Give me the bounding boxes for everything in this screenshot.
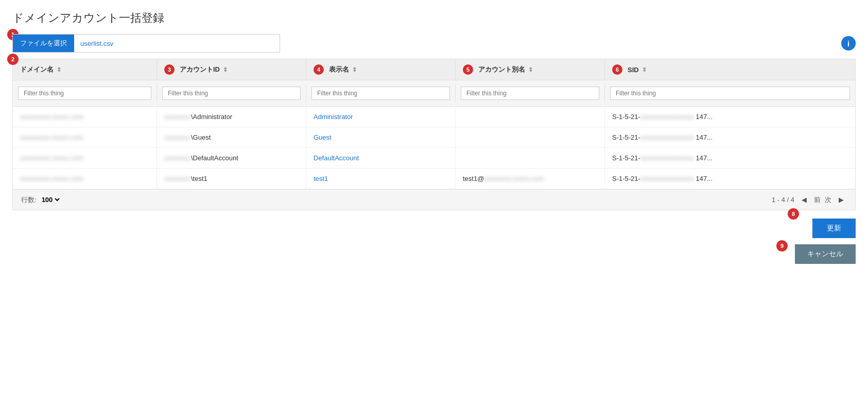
step-badge-8: 8 <box>788 208 799 220</box>
cell-alias-3: test1@xxxxxxxx.xxxxx.com <box>456 169 605 189</box>
filter-cell-domain <box>13 85 157 102</box>
cell-sid-3: S-1-5-21-xxxxxxxxxxxxxxxx 147... <box>605 169 855 189</box>
sort-icon-sid[interactable]: ⇕ <box>642 66 647 73</box>
sort-icon-domain[interactable]: ⇕ <box>57 66 61 73</box>
filter-row <box>13 80 855 107</box>
cell-sid-2: S-1-5-21-xxxxxxxxxxxxxxxx 147... <box>605 148 855 168</box>
file-choose-button[interactable]: ファイルを選択 <box>13 35 74 52</box>
cell-domain-3: xxxxxxxxx.xxxxx.com <box>13 169 157 189</box>
table-row: xxxxxxxxx.xxxxx.com xxxxxxxx\Administrat… <box>13 107 855 127</box>
cell-display-name-3: test1 <box>306 169 456 189</box>
cell-account-id-1: xxxxxxxx\Guest <box>157 127 306 147</box>
cell-domain-0: xxxxxxxxx.xxxxx.com <box>13 107 157 127</box>
cell-display-name-2: DefaultAccount <box>306 148 456 168</box>
file-upload-section: ファイルを選択 userlist.csv 7 i <box>12 34 856 53</box>
column-header-domain: ドメイン名 ⇕ <box>13 59 157 80</box>
filter-cell-account-id <box>157 85 306 102</box>
pagination-info: 1 - 4 / 4 <box>772 196 794 204</box>
file-name-display: userlist.csv <box>74 36 119 52</box>
filter-cell-alias <box>456 85 605 102</box>
prev-page-button[interactable]: ◀ <box>798 195 810 205</box>
column-label-account-id: アカウントID <box>180 65 220 74</box>
column-header-display-name: 4 表示名 ⇕ <box>306 59 456 80</box>
cell-domain-2: xxxxxxxxx.xxxxx.com <box>13 148 157 168</box>
rows-control: 行数: 100 50 25 <box>21 195 61 205</box>
info-icon[interactable]: i <box>841 36 856 51</box>
table-row: xxxxxxxxx.xxxxx.com xxxxxxxx\Guest Guest… <box>13 127 855 148</box>
cell-alias-1 <box>456 127 605 147</box>
table-header: ドメイン名 ⇕ 3 アカウントID ⇕ 4 表示名 ⇕ 5 アカウント別名 ⇕ <box>13 59 855 80</box>
table-row: xxxxxxxxx.xxxxx.com xxxxxxxx\DefaultAcco… <box>13 148 855 169</box>
table-footer: 行数: 100 50 25 1 - 4 / 4 ◀ 前 次 ▶ <box>13 189 855 210</box>
filter-input-display-name[interactable] <box>311 87 450 100</box>
column-label-alias: アカウント別名 <box>478 65 525 74</box>
update-button-row: 8 更新 <box>12 210 856 242</box>
cell-alias-0 <box>456 107 605 127</box>
column-header-alias: 5 アカウント別名 ⇕ <box>456 59 605 80</box>
update-button[interactable]: 更新 <box>812 219 856 238</box>
next-label: 次 <box>825 195 831 205</box>
filter-input-domain[interactable] <box>18 87 151 100</box>
table-row: xxxxxxxxx.xxxxx.com xxxxxxxx\test1 test1… <box>13 169 855 189</box>
file-input-wrapper: ファイルを選択 userlist.csv <box>12 34 280 53</box>
filter-cell-sid <box>605 85 855 102</box>
cell-domain-1: xxxxxxxxx.xxxxx.com <box>13 127 157 147</box>
sort-icon-display-name[interactable]: ⇕ <box>352 66 357 73</box>
cancel-button-row: 9 キャンセル <box>12 242 856 268</box>
data-table: ドメイン名 ⇕ 3 アカウントID ⇕ 4 表示名 ⇕ 5 アカウント別名 ⇕ <box>12 59 856 210</box>
rows-per-page-select[interactable]: 100 50 25 <box>40 195 61 204</box>
cell-display-name-0: Administrator <box>306 107 456 127</box>
column-label-sid: SID <box>628 66 639 74</box>
rows-label: 行数: <box>21 195 37 205</box>
step-badge-4: 4 <box>314 64 324 75</box>
column-header-account-id: 3 アカウントID ⇕ <box>157 59 306 80</box>
sort-icon-alias[interactable]: ⇕ <box>528 66 533 73</box>
cancel-button[interactable]: キャンセル <box>795 244 856 264</box>
filter-input-alias[interactable] <box>461 87 599 100</box>
filter-input-sid[interactable] <box>610 87 850 100</box>
column-label-domain: ドメイン名 <box>20 65 54 74</box>
column-label-display-name: 表示名 <box>329 65 349 74</box>
column-header-sid: 6 SID ⇕ <box>605 59 855 80</box>
filter-input-account-id[interactable] <box>162 87 301 100</box>
page-title: ドメインアカウント一括登録 <box>12 10 856 26</box>
step-badge-6: 6 <box>612 64 622 75</box>
cell-display-name-1: Guest <box>306 127 456 147</box>
pagination: 1 - 4 / 4 ◀ 前 次 ▶ <box>772 195 847 205</box>
cell-sid-0: S-1-5-21-xxxxxxxxxxxxxxxx 147... <box>605 107 855 127</box>
step-badge-9: 9 <box>776 240 788 252</box>
cell-alias-2 <box>456 148 605 168</box>
filter-cell-display-name <box>306 85 456 102</box>
step-badge-3: 3 <box>164 64 175 75</box>
cell-account-id-2: xxxxxxxx\DefaultAccount <box>157 148 306 168</box>
next-page-button[interactable]: ▶ <box>836 195 847 205</box>
prev-label: 前 <box>814 195 821 205</box>
step-badge-5: 5 <box>463 64 473 75</box>
sort-icon-account-id[interactable]: ⇕ <box>223 66 228 73</box>
cell-account-id-0: xxxxxxxx\Administrator <box>157 107 306 127</box>
cell-sid-1: S-1-5-21-xxxxxxxxxxxxxxxx 147... <box>605 127 855 147</box>
cell-account-id-3: xxxxxxxx\test1 <box>157 169 306 189</box>
